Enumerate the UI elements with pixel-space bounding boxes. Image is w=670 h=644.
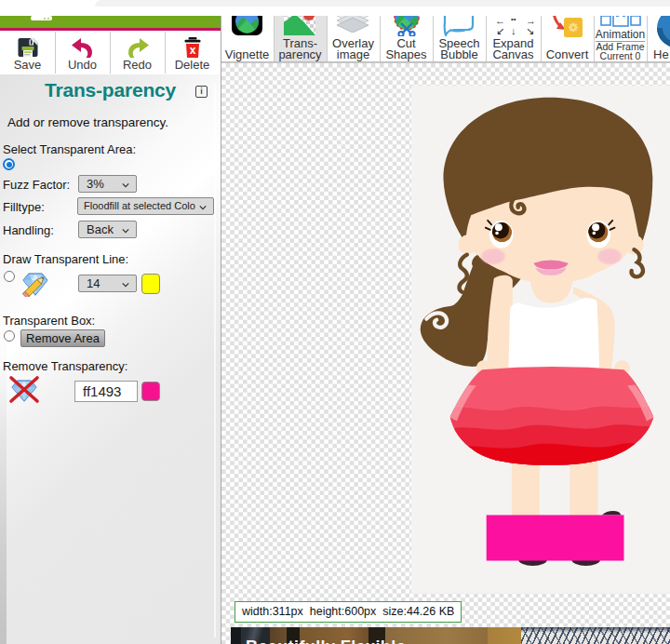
svg-text:x: x [189,44,195,57]
